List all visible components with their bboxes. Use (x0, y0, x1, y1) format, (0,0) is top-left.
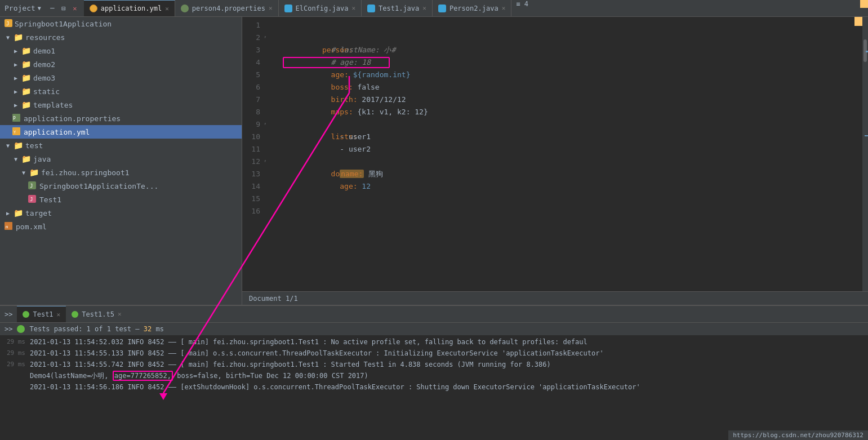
log-ms-2: 29 ms (5, 348, 30, 358)
tab-elconfig-java[interactable]: ElConfig.java ✕ (279, 0, 362, 16)
sidebar-item-test1[interactable]: J Test1 (0, 193, 242, 206)
folder-icon: 📁 (14, 208, 23, 217)
sidebar-item-java[interactable]: ▼ 📁 java (0, 152, 242, 166)
main-content: J Springboot1Application ▼ 📁 resources ▶… (0, 17, 868, 305)
item-label-target: target (25, 209, 52, 217)
document-status: Document 1/1 (249, 295, 298, 303)
java-icon (284, 5, 292, 12)
tab-test1-java[interactable]: Test1.java ✕ (362, 0, 433, 16)
tab-overflow[interactable]: ≡ 4 (511, 0, 533, 16)
java-icon (438, 5, 446, 12)
editor-main: 1 2 3 4 5 6 7 8 9 10 11 12 13 14 15 16 (242, 17, 868, 291)
tab-application-yml[interactable]: application.yml ✕ (84, 0, 175, 16)
log-text-3: 2021-01-13 11:54:55.742 INFO 8452 —— [ m… (30, 359, 863, 370)
folder-expand-icon: ▼ (5, 143, 11, 149)
tab-person4-properties[interactable]: person4.properties ✕ (175, 0, 279, 16)
folder-icon: 📁 (21, 154, 31, 163)
sidebar-item-springboot1app[interactable]: J Springboot1Application (0, 17, 242, 30)
status-indicator (860, 0, 868, 8)
editor-content[interactable]: ▼ person: # lastName: 小# # age: 18 age: … (265, 17, 862, 291)
bottom-tab-close-2[interactable]: ✕ (118, 310, 122, 318)
tab-person2-java[interactable]: Person2.java ✕ (433, 0, 511, 16)
minimize-icon[interactable]: ─ (48, 4, 57, 13)
sidebar-item-templates[interactable]: ▶ 📁 templates (0, 98, 242, 112)
log-line-2: 29 ms 2021-01-13 11:54:55.133 INFO 8452 … (0, 348, 868, 359)
log-text-1: 2021-01-13 11:54:52.032 INFO 8452 —— [ m… (30, 337, 863, 347)
scroll-indicator (866, 51, 868, 52)
code-line-5: boss: false (269, 69, 862, 81)
sidebar: J Springboot1Application ▼ 📁 resources ▶… (0, 17, 242, 305)
log-line-1: 29 ms 2021-01-13 11:54:52.032 INFO 8452 … (0, 336, 868, 348)
sidebar-item-target[interactable]: ▶ 📁 target (0, 206, 242, 220)
item-label-springboot1te: Springboot1ApplicationTe... (39, 182, 158, 190)
folder-icon: 📁 (29, 168, 39, 177)
tab-close-btn[interactable]: ✕ (502, 5, 506, 12)
sidebar-item-app-properties[interactable]: P application.properties (0, 112, 242, 125)
folder-collapse-icon: ▶ (12, 88, 19, 95)
java-icon (367, 5, 375, 12)
run-arrows-icon: >> (5, 325, 12, 333)
close-icon[interactable]: ✕ (70, 4, 79, 13)
sidebar-item-demo1[interactable]: ▶ 📁 demo1 (0, 44, 242, 57)
prop-file-icon: P (12, 114, 21, 123)
tab-label: person4.properties (192, 5, 265, 12)
svg-text:J: J (30, 183, 33, 189)
item-label-test: test (25, 141, 43, 150)
item-label-test1: Test1 (39, 195, 61, 204)
java-pink-icon: J (28, 195, 37, 205)
code-line-16 (269, 205, 862, 217)
test-pass-icon (23, 311, 29, 318)
item-label-demo2: demo2 (33, 60, 55, 69)
code-line-8: ▼ lists: (269, 106, 862, 118)
folder-icon: 📁 (21, 46, 31, 55)
bottom-tab-test1[interactable]: Test1 ✕ (17, 306, 66, 322)
code-line-15 (269, 193, 862, 205)
tab-close-btn[interactable]: ✕ (269, 5, 273, 12)
editor-scrollbar[interactable] (862, 17, 868, 291)
sidebar-item-demo3[interactable]: ▶ 📁 demo3 (0, 71, 242, 85)
sidebar-item-demo2[interactable]: ▶ 📁 demo2 (0, 57, 242, 71)
folder-icon: 📁 (21, 73, 31, 82)
scroll-indicator-2 (865, 135, 868, 136)
log-highlight: age=777265852, (113, 371, 173, 381)
tab-close-btn[interactable]: ✕ (422, 5, 426, 12)
folder-collapse-icon: ▶ (12, 75, 19, 81)
log-line-3: 29 ms 2021-01-13 11:54:55.742 INFO 8452 … (0, 359, 868, 370)
java-green-icon: J (28, 181, 37, 191)
code-line-4: age: ${random.int} (269, 56, 862, 69)
sidebar-item-fei-zhou[interactable]: ▼ 📁 fei.zhou.springboot1 (0, 166, 242, 179)
pink-highlight-box (283, 57, 390, 68)
code-line-10: - user2 (269, 131, 862, 143)
sidebar-item-pom-xml[interactable]: m pom.xml (0, 220, 242, 233)
restore-icon[interactable]: ⊟ (59, 4, 68, 13)
bottom-tab-close[interactable]: ✕ (57, 311, 61, 318)
sidebar-item-app-yml[interactable]: Y application.yml (0, 125, 242, 139)
folder-expand-icon: ▼ (20, 170, 27, 176)
yml-file-icon: Y (12, 127, 21, 137)
folder-icon: 📁 (14, 141, 23, 150)
log-ms-1: 29 ms (5, 337, 30, 347)
code-line-2: # lastName: 小# (269, 32, 862, 44)
code-line-1: ▼ person: (269, 19, 862, 32)
folder-collapse-icon: ▶ (12, 48, 19, 54)
sidebar-item-test[interactable]: ▼ 📁 test (0, 139, 242, 152)
project-arrow[interactable]: ▼ (38, 5, 41, 11)
sidebar-item-springboot1te[interactable]: J Springboot1ApplicationTe... (0, 179, 242, 193)
tab-close-btn[interactable]: ✕ (351, 5, 355, 12)
item-label-app-yml: application.yml (24, 128, 90, 136)
code-line-12: name: 黑狗 (269, 155, 862, 168)
bottom-panel-arrow[interactable]: >> (0, 310, 17, 318)
line-numbers: 1 2 3 4 5 6 7 8 9 10 11 12 13 14 15 16 (242, 17, 265, 291)
sidebar-item-resources[interactable]: ▼ 📁 resources (0, 30, 242, 44)
run-ms: 32 (144, 325, 152, 333)
svg-text:m: m (6, 225, 8, 229)
yml-icon (90, 5, 97, 12)
tab-close-btn[interactable]: ✕ (165, 5, 169, 12)
log-text-4: Demo4(lastName=小明, age=777265852, boss=f… (30, 371, 863, 381)
log-area: 29 ms 2021-01-13 11:54:52.032 INFO 8452 … (0, 335, 868, 440)
sidebar-item-static[interactable]: ▶ 📁 static (0, 85, 242, 98)
code-line-11: ▼ dog: (269, 143, 862, 155)
bottom-tab-test1-t5[interactable]: Test1.t5 ✕ (66, 306, 127, 322)
folder-collapse-icon: ▶ (5, 210, 11, 216)
code-line-9: - user1 (269, 118, 862, 131)
